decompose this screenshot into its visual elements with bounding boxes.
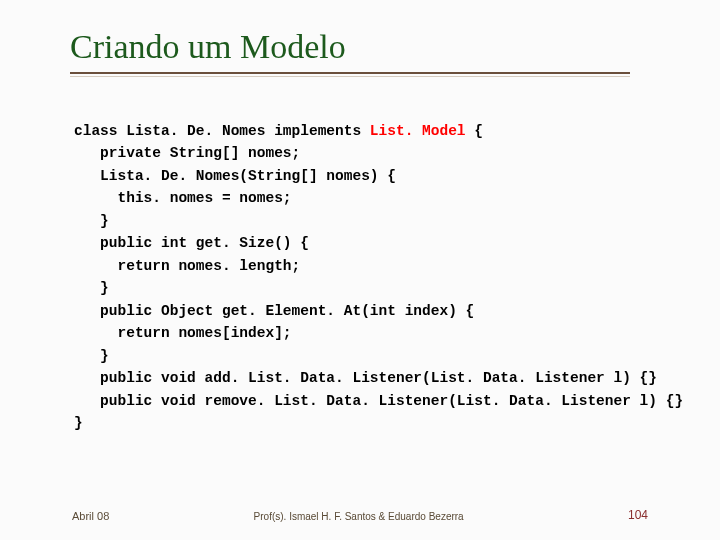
code-line: this. nomes = nomes; <box>74 190 292 206</box>
code-line: Lista. De. Nomes(String[] nomes) { <box>74 168 396 184</box>
slide-title: Criando um Modelo <box>70 28 680 70</box>
code-line: } <box>74 348 109 364</box>
slide-footer: Abril 08 Prof(s). Ismael H. F. Santos & … <box>0 508 720 522</box>
code-line: private String[] nomes; <box>74 145 300 161</box>
footer-date: Abril 08 <box>72 510 109 522</box>
code-line: { <box>466 123 483 139</box>
title-underline <box>70 72 630 78</box>
code-block: class Lista. De. Nomes implements List. … <box>74 120 683 435</box>
code-line: class Lista. De. Nomes implements <box>74 123 370 139</box>
code-line: public void remove. List. Data. Listener… <box>74 393 683 409</box>
code-line: return nomes. length; <box>74 258 300 274</box>
code-line: } <box>74 280 109 296</box>
code-line: public void add. List. Data. Listener(Li… <box>74 370 657 386</box>
code-highlight: List. Model <box>370 123 466 139</box>
footer-page-number: 104 <box>628 508 648 522</box>
code-line: public Object get. Element. At(int index… <box>74 303 474 319</box>
code-line: public int get. Size() { <box>74 235 309 251</box>
code-line: } <box>74 213 109 229</box>
code-line: } <box>74 415 83 431</box>
footer-credits: Prof(s). Ismael H. F. Santos & Eduardo B… <box>109 511 608 522</box>
code-line: return nomes[index]; <box>74 325 292 341</box>
